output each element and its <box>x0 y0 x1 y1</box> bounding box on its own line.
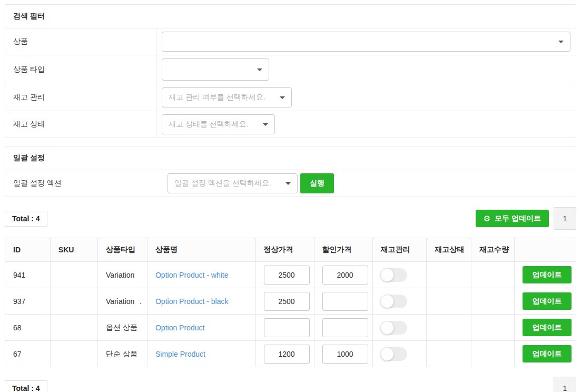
table-row: 67 단순 상품 Simple Product 업데이트 <box>5 341 576 367</box>
product-type-text: Variation <box>106 297 134 306</box>
toolbar-right: ⚙ 모두 업데이트 1 <box>476 207 576 230</box>
cell-regular-price <box>255 288 314 315</box>
stock-manage-toggle[interactable] <box>381 268 407 282</box>
header-regular-price: 정상가격 <box>255 238 314 262</box>
cell-sku <box>50 262 97 288</box>
product-filter-label: 상품 <box>5 28 156 55</box>
stock-manage-toggle[interactable] <box>381 295 407 308</box>
footer: Total : 4 1 <box>5 377 576 392</box>
header-stock-manage: 재고관리 <box>372 238 427 262</box>
row-update-button[interactable]: 업데이트 <box>523 266 572 283</box>
pagination-page-1-bottom[interactable]: 1 <box>554 377 576 392</box>
cell-regular-price <box>255 262 314 288</box>
product-link[interactable]: Simple Product <box>155 350 205 358</box>
bulk-action-cell: 일괄 설정 액션을 선택하세요. 실행 <box>162 170 576 197</box>
table-row: 941 Variation Option Product - white 업데이… <box>5 262 576 288</box>
product-type-note: . <box>140 297 142 306</box>
cell-sku <box>50 288 97 315</box>
cell-id: 68 <box>5 315 51 341</box>
product-filter-cell <box>156 28 576 55</box>
bulk-settings-panel: 일괄 설정 일괄 설정 액션 일괄 설정 액션을 선택하세요. 실행 <box>5 146 576 197</box>
update-all-label: 모두 업데이트 <box>495 214 541 223</box>
cell-actions: 업데이트 <box>515 341 576 367</box>
header-sku: SKU <box>50 238 97 262</box>
regular-price-input[interactable] <box>264 266 310 285</box>
cell-sale-price <box>314 288 372 315</box>
regular-price-input[interactable] <box>264 345 310 364</box>
toggle-knob <box>380 295 394 308</box>
header-stock-status: 재고상태 <box>427 238 471 262</box>
section-gap <box>5 138 576 146</box>
cell-stock-qty <box>471 288 514 315</box>
regular-price-input[interactable] <box>264 318 310 337</box>
header-product-type: 상품타입 <box>98 238 147 262</box>
regular-price-input[interactable] <box>264 292 310 311</box>
header-actions <box>515 238 576 262</box>
cell-sale-price <box>314 315 372 341</box>
stock-status-select[interactable]: 재고 상태를 선택하세요. <box>162 114 275 134</box>
product-type-select[interactable] <box>162 58 269 81</box>
toggle-knob <box>380 268 394 282</box>
table-header-row: ID SKU 상품타입 상품명 정상가격 할인가격 재고관리 재고상태 재고수량 <box>5 238 576 262</box>
chevron-down-icon <box>257 68 262 71</box>
stock-manage-toggle[interactable] <box>381 321 407 335</box>
product-type-filter-label: 상품 타입 <box>5 55 156 84</box>
cell-product-type: Variation . <box>98 288 147 315</box>
row-update-button[interactable]: 업데이트 <box>523 345 572 362</box>
sale-price-input[interactable] <box>322 266 368 285</box>
row-update-button[interactable]: 업데이트 <box>523 292 572 310</box>
search-filter-panel: 검색 필터 상품 상품 타입 재고 관리 재고 관리 여부를 선택하세요. <box>5 4 576 138</box>
total-count-badge-bottom: Total : 4 <box>5 380 47 392</box>
product-link[interactable]: Option Product <box>155 324 204 332</box>
cell-stock-status <box>427 315 471 341</box>
cell-stock-status <box>427 288 471 315</box>
cell-product-name: Option Product <box>147 315 255 341</box>
bulk-action-select[interactable]: 일괄 설정 액션을 선택하세요. <box>168 173 298 193</box>
header-stock-qty: 재고수량 <box>471 238 514 262</box>
cell-product-type: 옵션 상품 <box>98 315 147 341</box>
stock-manage-toggle[interactable] <box>381 347 407 361</box>
pagination-page-1[interactable]: 1 <box>554 207 576 230</box>
table-row: 937 Variation . Option Product - black 업… <box>5 288 576 315</box>
stock-manage-select-placeholder: 재고 관리 여부를 선택하세요. <box>169 93 265 102</box>
header-product-name: 상품명 <box>147 238 255 262</box>
cell-stock-manage <box>372 341 427 367</box>
total-count-badge: Total : 4 <box>5 211 47 227</box>
chevron-down-icon <box>280 96 285 99</box>
product-link[interactable]: Option Product - black <box>155 297 229 306</box>
product-link[interactable]: Option Product - white <box>155 271 229 279</box>
bulk-action-select-placeholder: 일괄 설정 액션을 선택하세요. <box>174 179 271 188</box>
cell-actions: 업데이트 <box>515 315 576 341</box>
product-select[interactable] <box>162 32 570 52</box>
stock-status-select-placeholder: 재고 상태를 선택하세요. <box>169 120 249 129</box>
update-all-button[interactable]: ⚙ 모두 업데이트 <box>476 210 549 227</box>
stock-manage-select[interactable]: 재고 관리 여부를 선택하세요. <box>162 87 292 107</box>
row-update-button[interactable]: 업데이트 <box>523 319 572 336</box>
sale-price-input[interactable] <box>322 318 368 337</box>
chevron-down-icon <box>558 41 564 43</box>
cell-stock-qty <box>471 341 514 367</box>
cell-id: 941 <box>5 262 51 288</box>
product-type-filter-cell <box>156 55 576 84</box>
cell-regular-price <box>255 315 314 341</box>
cell-sale-price <box>314 341 372 367</box>
table-row: 68 옵션 상품 Option Product 업데이트 <box>5 315 576 341</box>
product-type-text: 단순 상품 <box>106 349 137 359</box>
cell-sku <box>50 315 97 341</box>
header-sale-price: 할인가격 <box>314 238 372 262</box>
toggle-knob <box>380 321 394 335</box>
cell-id: 67 <box>5 341 51 367</box>
stock-manage-filter-label: 재고 관리 <box>5 84 156 111</box>
gears-icon: ⚙ <box>484 214 490 222</box>
sale-price-input[interactable] <box>322 345 368 364</box>
cell-stock-status <box>427 341 471 367</box>
sale-price-input[interactable] <box>322 292 368 311</box>
cell-stock-manage <box>372 315 427 341</box>
stock-status-filter-label: 재고 상태 <box>5 111 156 138</box>
cell-product-name: Option Product - white <box>147 262 255 288</box>
toolbar: Total : 4 ⚙ 모두 업데이트 1 <box>5 207 576 230</box>
cell-product-type: 단순 상품 <box>98 341 147 367</box>
cell-stock-status <box>427 262 471 288</box>
cell-id: 937 <box>5 288 51 315</box>
run-button[interactable]: 실행 <box>300 173 334 193</box>
